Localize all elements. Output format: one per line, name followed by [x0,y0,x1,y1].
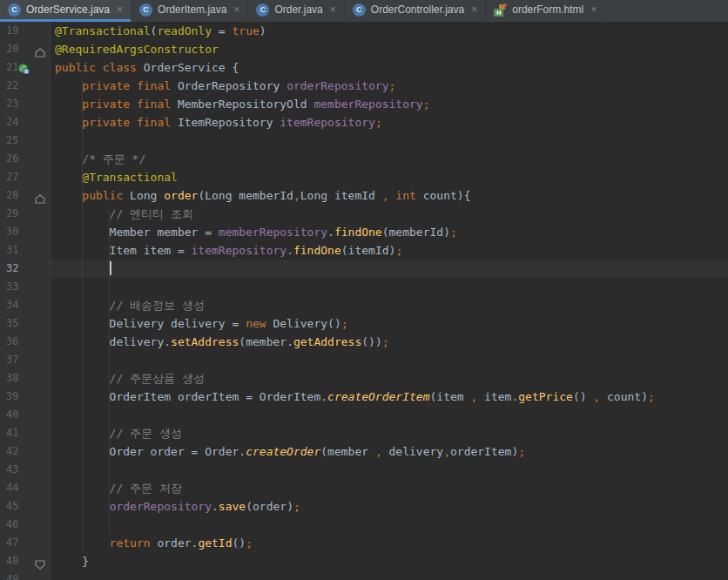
code-token: order. [151,536,199,550]
code-token: ; [518,445,525,458]
tab-orderitem-java[interactable]: COrderItem.java× [131,0,248,22]
code-line: 49 [0,570,728,580]
tab-close-icon[interactable]: × [590,4,597,15]
code-text[interactable]: public class OrderService { [51,58,728,77]
line-number: 35 [6,314,18,333]
line-number: 49 [6,570,18,580]
line-number: 32 [6,260,18,278]
code-text[interactable] [51,461,728,479]
tab-orderservice-java[interactable]: COrderService.java× [0,0,131,22]
tab-close-icon[interactable]: × [117,4,123,15]
code-token: createOrderItem [327,390,429,403]
code-token: (member. [239,335,293,348]
code-token: () [233,536,246,550]
editor-gutter-cell: 44 [0,479,51,497]
line-number: 22 [6,77,18,95]
line-number: 23 [6,95,18,113]
tab-ordercontroller-java[interactable]: COrderController.java× [345,0,486,22]
code-line: 21Bpublic class OrderService { [0,58,728,77]
code-token: true [233,24,260,37]
line-number: 39 [6,388,18,406]
code-text[interactable]: delivery.setAddress(member.getAddress())… [51,333,728,351]
line-number: 48 [6,552,18,570]
code-text[interactable]: // 주문 생성 [51,424,728,442]
line-number: 38 [6,369,18,388]
code-text[interactable]: Item item = itemRepository.findOne(itemI… [51,241,728,260]
code-text[interactable] [51,516,728,534]
code-text[interactable]: private final OrderRepository orderRepos… [51,77,728,95]
tab-close-icon[interactable]: × [330,4,336,15]
tab-close-icon[interactable]: × [471,4,477,15]
editor-gutter-cell: 34 [0,296,51,314]
editor-gutter-cell: 42 [0,442,51,461]
code-token: MemberRepositoryOld [178,98,314,111]
code-text[interactable]: public Long order(Long memberId,Long ite… [51,186,728,205]
line-number: 31 [6,241,18,260]
code-text[interactable] [51,406,728,424]
editor-gutter-cell: 20 [0,40,51,58]
code-text[interactable]: @Transactional [51,168,728,186]
code-text[interactable] [51,132,728,150]
tab-orderform-html[interactable]: HorderForm.html× [486,0,605,22]
line-number: 41 [6,424,18,442]
line-number: 36 [6,333,18,351]
line-number: 24 [6,113,18,132]
code-text[interactable]: @Transactional(readOnly = true) [51,22,728,40]
code-text[interactable]: // 배송정보 생성 [51,296,728,314]
code-token: , [382,189,389,202]
code-token: orderRepository [286,79,388,92]
code-text[interactable]: // 엔티티 조회 [51,205,728,223]
code-text[interactable]: Delivery delivery = new Delivery(); [51,314,728,333]
code-token: itemRepository [280,116,375,129]
code-text[interactable] [51,260,728,278]
tab-close-icon[interactable]: × [233,4,239,15]
tab-label: Order.java [274,3,322,16]
code-token: // 주문 저장 [55,482,182,495]
code-token: ; [423,98,430,111]
code-token: Item item = [55,244,192,257]
code-text[interactable]: Member member = memberRepository.findOne… [51,223,728,241]
code-token: Order order = Order. [55,445,246,458]
editor-gutter-cell: 35 [0,314,51,333]
code-token: readOnly [157,24,212,37]
code-token: OrderService { [144,61,239,74]
code-token: OrderItem orderItem = OrderItem. [55,390,327,403]
code-text[interactable]: private final ItemRepository itemReposit… [51,113,728,132]
code-token: ; [395,244,402,257]
line-number: 30 [6,223,18,241]
tab-order-java[interactable]: COrder.java× [248,0,344,22]
editor-gutter-cell: 40 [0,406,51,424]
code-token: createOrder [246,445,320,458]
code-text[interactable]: Order order = Order.createOrder(member ,… [51,442,728,461]
code-text[interactable]: orderRepository.save(order); [51,497,728,516]
code-token: order [164,189,198,202]
line-number: 28 [6,186,18,205]
code-text[interactable]: // 주문상품 생성 [51,369,728,388]
line-number: 46 [6,516,18,534]
code-line: 22 private final OrderRepository orderRe… [0,77,728,95]
code-text[interactable]: // 주문 저장 [51,479,728,497]
code-token: findOne [293,244,341,257]
code-text[interactable] [51,278,728,296]
code-token: itemRepository [192,244,287,257]
code-text[interactable] [51,351,728,369]
line-number: 33 [6,278,18,296]
code-token: , [593,390,600,403]
editor-gutter-cell: 21B [0,58,51,77]
editor-gutter-cell: 47 [0,534,51,552]
code-text[interactable]: OrderItem orderItem = OrderItem.createOr… [51,388,728,406]
line-number: 37 [6,351,18,369]
code-text[interactable]: private final MemberRepositoryOld member… [51,95,728,113]
code-text[interactable] [51,570,728,580]
code-token: ()) [361,335,381,348]
code-text[interactable]: return order.getId(); [51,534,728,552]
code-token: orderRepository [110,500,212,513]
code-line: 23 private final MemberRepositoryOld mem… [0,95,728,113]
code-line: 24 private final ItemRepository itemRepo… [0,113,728,132]
code-line: 28 public Long order(Long memberId,Long … [0,186,728,205]
code-text[interactable]: @RequiredArgsConstructor [51,40,728,58]
code-token: delivery. [55,335,171,348]
code-text[interactable]: } [51,552,728,570]
code-text[interactable]: /* 주문 */ [51,150,728,168]
code-token: private final [55,116,178,129]
